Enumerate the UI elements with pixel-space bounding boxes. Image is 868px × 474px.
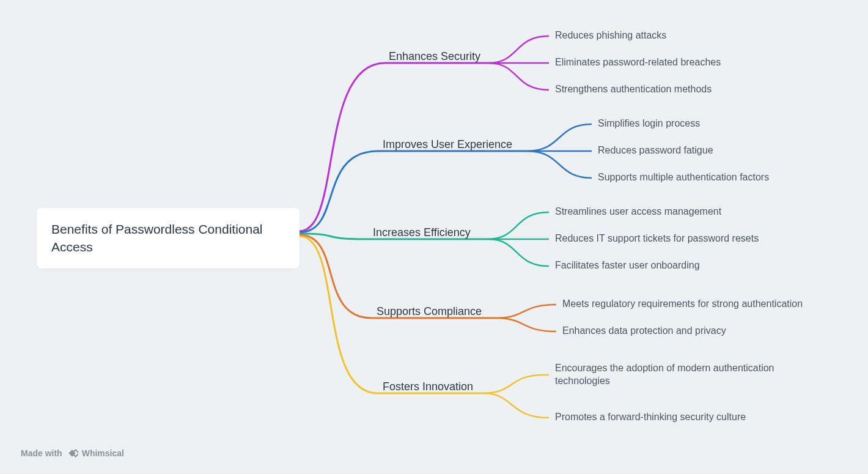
branch-supports-compliance[interactable]: Supports Compliance	[377, 305, 482, 318]
branch-increases-efficiency[interactable]: Increases Efficiency	[373, 226, 471, 239]
leaf-reduces-phishing[interactable]: Reduces phishing attacks	[555, 29, 666, 42]
leaf-strengthens-auth[interactable]: Strengthens authentication methods	[555, 83, 712, 96]
root-node[interactable]: Benefits of Passwordless Conditional Acc…	[37, 208, 300, 268]
leaf-eliminates-breaches[interactable]: Eliminates password-related breaches	[555, 56, 721, 69]
made-with-whimsical[interactable]: Made with Whimsical	[21, 447, 124, 459]
whimsical-logo-icon	[66, 447, 78, 459]
leaf-meets-regulatory[interactable]: Meets regulatory requirements for strong…	[562, 298, 803, 311]
leaf-faster-onboarding[interactable]: Facilitates faster user onboarding	[555, 259, 700, 272]
made-with-text: Made with	[21, 448, 62, 458]
leaf-enhances-privacy[interactable]: Enhances data protection and privacy	[562, 325, 726, 338]
leaf-simplifies-login[interactable]: Simplifies login process	[598, 117, 700, 130]
leaf-encourages-modern-auth[interactable]: Encourages the adoption of modern authen…	[555, 362, 812, 388]
leaf-streamlines-access[interactable]: Streamlines user access management	[555, 206, 721, 218]
branch-improves-ux[interactable]: Improves User Experience	[383, 138, 512, 151]
leaf-supports-mfa[interactable]: Supports multiple authentication factors	[598, 171, 769, 184]
leaf-promotes-culture[interactable]: Promotes a forward-thinking security cul…	[555, 411, 746, 424]
brand-name: Whimsical	[82, 448, 124, 458]
leaf-reduces-fatigue[interactable]: Reduces password fatigue	[598, 144, 713, 157]
branch-fosters-innovation[interactable]: Fosters Innovation	[383, 380, 473, 393]
root-title: Benefits of Passwordless Conditional Acc…	[51, 222, 263, 254]
branch-enhances-security[interactable]: Enhances Security	[389, 50, 480, 63]
mindmap-canvas: Benefits of Passwordless Conditional Acc…	[0, 0, 868, 474]
leaf-reduces-tickets[interactable]: Reduces IT support tickets for password …	[555, 232, 759, 245]
